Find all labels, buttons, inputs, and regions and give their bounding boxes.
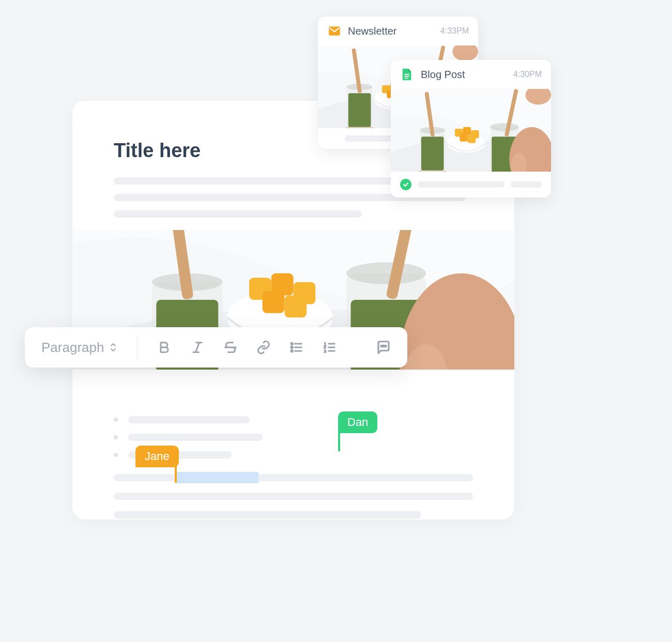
bullet-list	[114, 416, 473, 518]
svg-point-30	[291, 343, 293, 345]
check-icon	[400, 179, 411, 190]
svg-point-32	[291, 350, 293, 352]
strikethrough-button[interactable]	[217, 334, 244, 361]
placeholder-line	[128, 416, 250, 423]
notification-title: Newsletter	[348, 25, 434, 37]
collaborator-name: Dan	[347, 416, 368, 429]
paragraph-style-label: Paragraph	[41, 340, 104, 356]
notification-time: 4:30PM	[513, 70, 542, 79]
doc-icon	[400, 67, 415, 82]
paragraph-style-select[interactable]: Paragraph	[35, 340, 124, 356]
collaborator-name: Jane	[145, 450, 170, 463]
bullet-list-button[interactable]	[283, 334, 310, 361]
svg-point-38	[385, 345, 387, 347]
bold-button[interactable]	[151, 334, 178, 361]
collaborator-cursor-dan	[338, 432, 340, 451]
notification-time: 4:33PM	[440, 26, 469, 36]
chevron-updown-icon	[109, 342, 117, 353]
mail-icon	[327, 24, 342, 38]
svg-line-25	[196, 343, 200, 353]
formatting-toolbar: Paragraph	[25, 327, 407, 368]
svg-rect-40	[404, 74, 409, 75]
placeholder-line	[418, 181, 505, 188]
collaborator-tag-jane: Jane	[135, 446, 179, 467]
comment-button[interactable]	[370, 334, 397, 361]
list-item	[114, 416, 473, 423]
numbered-list-button[interactable]	[316, 334, 343, 361]
collaborator-tag-dan: Dan	[338, 411, 377, 433]
text-selection	[176, 472, 258, 483]
placeholder-line	[114, 511, 421, 518]
italic-button[interactable]	[184, 334, 211, 361]
svg-rect-42	[404, 78, 408, 79]
svg-point-37	[383, 345, 385, 347]
svg-point-31	[291, 346, 293, 348]
svg-point-36	[381, 345, 383, 347]
notification-card-blogpost[interactable]: Blog Post 4:30PM	[391, 60, 551, 197]
notification-title: Blog Post	[421, 69, 507, 81]
link-button[interactable]	[250, 334, 277, 361]
bullet-icon	[114, 418, 118, 422]
placeholder-line	[114, 210, 362, 218]
bullet-icon	[114, 435, 118, 439]
placeholder-line	[114, 493, 473, 500]
bullet-icon	[114, 453, 118, 457]
placeholder-line	[114, 474, 473, 481]
notification-image	[391, 89, 551, 172]
svg-rect-41	[404, 76, 409, 77]
placeholder-line	[511, 181, 542, 188]
placeholder-line	[128, 434, 263, 441]
list-item	[114, 434, 473, 441]
toolbar-divider	[137, 336, 138, 359]
